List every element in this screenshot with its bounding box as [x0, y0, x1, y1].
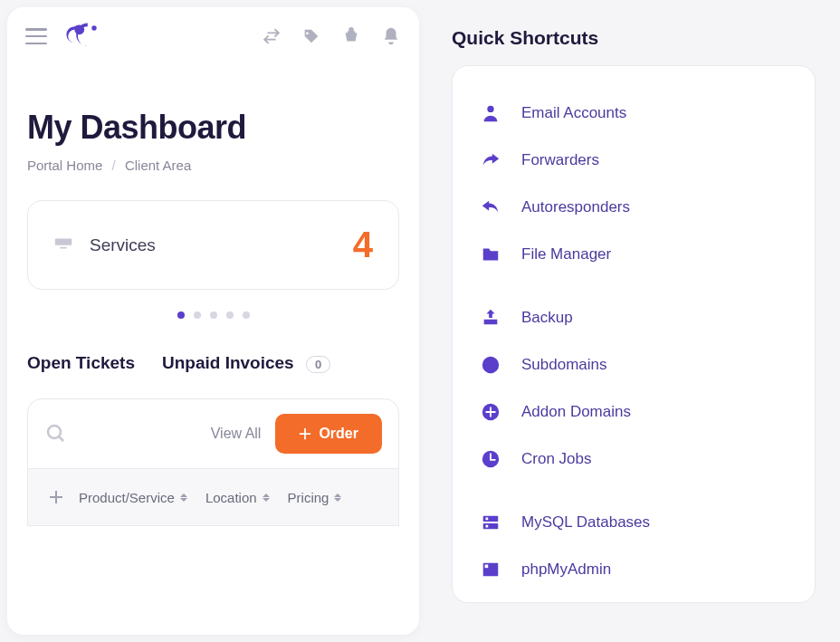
- plus-circle-icon: [480, 401, 501, 423]
- tab-unpaid-label: Unpaid Invoices: [162, 353, 294, 372]
- order-button[interactable]: Order: [275, 414, 382, 454]
- services-label: Services: [90, 235, 156, 255]
- shortcut-forwarders[interactable]: Forwarders: [476, 139, 791, 182]
- window-icon: [480, 559, 501, 580]
- order-button-label: Order: [319, 426, 358, 442]
- services-card[interactable]: Services 4: [27, 200, 399, 290]
- shortcut-email-accounts[interactable]: Email Accounts: [476, 91, 791, 135]
- app-header: [7, 7, 419, 65]
- svg-rect-13: [486, 518, 489, 521]
- shortcut-label: Addon Domains: [521, 403, 631, 421]
- carousel-dot[interactable]: [226, 311, 234, 319]
- expand-all-button[interactable]: [44, 485, 68, 509]
- shortcut-phpmyadmin[interactable]: phpMyAdmin: [476, 548, 791, 591]
- sort-icon: [180, 493, 187, 502]
- col-location[interactable]: Location: [198, 490, 277, 505]
- shortcut-label: Subdomains: [521, 356, 607, 374]
- shortcut-cron-jobs[interactable]: Cron Jobs: [476, 437, 791, 481]
- carousel-dots: [27, 311, 399, 319]
- shortcut-label: Forwarders: [521, 151, 599, 169]
- shortcut-autoresponders[interactable]: Autoresponders: [476, 186, 791, 229]
- svg-rect-1: [55, 238, 72, 244]
- svg-rect-14: [486, 525, 489, 528]
- tab-unpaid-invoices[interactable]: Unpaid Invoices 0: [162, 353, 330, 373]
- view-all-button[interactable]: View All: [211, 426, 262, 442]
- reply-icon: [480, 196, 501, 218]
- shortcut-addon-domains[interactable]: Addon Domains: [476, 390, 791, 434]
- dashboard-panel: My Dashboard Portal Home / Client Area S…: [7, 7, 419, 635]
- svg-rect-11: [483, 516, 499, 522]
- col-pricing[interactable]: Pricing: [281, 490, 349, 505]
- content-area: My Dashboard Portal Home / Client Area S…: [7, 65, 419, 635]
- shortcut-label: Autoresponders: [521, 198, 630, 216]
- shortcuts-title: Quick Shortcuts: [452, 27, 816, 49]
- shortcut-label: File Manager: [521, 245, 611, 264]
- shortcuts-panel: Quick Shortcuts Email Accounts Forwarder…: [435, 7, 825, 635]
- bell-icon[interactable]: [381, 26, 401, 46]
- shortcut-backup[interactable]: Backup: [476, 296, 791, 340]
- table-header: Product/Service Location Pricing: [27, 469, 399, 526]
- carousel-dot[interactable]: [243, 311, 250, 319]
- svg-point-3: [48, 426, 61, 438]
- header-actions: [262, 26, 401, 46]
- breadcrumb: Portal Home / Client Area: [27, 158, 399, 173]
- clock-icon: [480, 448, 501, 470]
- sort-icon: [334, 493, 341, 502]
- database-icon: [480, 512, 501, 533]
- svg-point-5: [487, 106, 493, 112]
- svg-rect-2: [60, 246, 66, 248]
- tabs-row: Open Tickets Unpaid Invoices 0: [27, 353, 399, 373]
- carousel-dot[interactable]: [177, 311, 185, 319]
- user-icon: [480, 102, 501, 124]
- services-count: 4: [353, 225, 373, 265]
- folder-icon: [480, 244, 501, 265]
- breadcrumb-current: Client Area: [125, 158, 191, 173]
- tab-open-tickets[interactable]: Open Tickets: [27, 353, 135, 373]
- shortcut-label: Email Accounts: [521, 104, 626, 122]
- sort-icon: [262, 493, 270, 502]
- svg-line-4: [59, 436, 63, 441]
- shortcut-file-manager[interactable]: File Manager: [476, 233, 791, 276]
- breadcrumb-home[interactable]: Portal Home: [27, 158, 102, 173]
- shortcut-subdomains[interactable]: Subdomains: [476, 343, 791, 387]
- logo[interactable]: [60, 20, 112, 53]
- breadcrumb-separator: /: [112, 158, 116, 173]
- services-icon: [53, 236, 73, 254]
- upload-icon: [480, 307, 501, 329]
- shortcut-label: Cron Jobs: [521, 450, 591, 468]
- col-product-service[interactable]: Product/Service: [72, 490, 195, 505]
- search-button[interactable]: [44, 422, 68, 446]
- tag-icon[interactable]: [301, 26, 321, 46]
- menu-button[interactable]: [25, 28, 47, 44]
- shortcut-label: MySQL Databases: [521, 513, 650, 532]
- shortcut-label: phpMyAdmin: [521, 561, 611, 579]
- carousel-dot[interactable]: [194, 311, 201, 319]
- carousel-dot[interactable]: [210, 311, 217, 319]
- svg-point-0: [91, 25, 96, 30]
- page-title: My Dashboard: [27, 109, 399, 147]
- list-toolbar: View All Order: [27, 398, 399, 469]
- shortcut-mysql-databases[interactable]: MySQL Databases: [476, 501, 791, 544]
- shortcut-label: Backup: [521, 309, 573, 327]
- globe-icon: [480, 354, 501, 376]
- shortcuts-card: Email Accounts Forwarders Autoresponders…: [452, 65, 816, 603]
- unpaid-count-badge: 0: [306, 356, 330, 373]
- svg-rect-12: [483, 523, 499, 529]
- share-icon: [480, 149, 501, 171]
- transfer-icon[interactable]: [262, 26, 282, 46]
- cart-icon[interactable]: [341, 26, 361, 46]
- svg-rect-16: [485, 565, 489, 569]
